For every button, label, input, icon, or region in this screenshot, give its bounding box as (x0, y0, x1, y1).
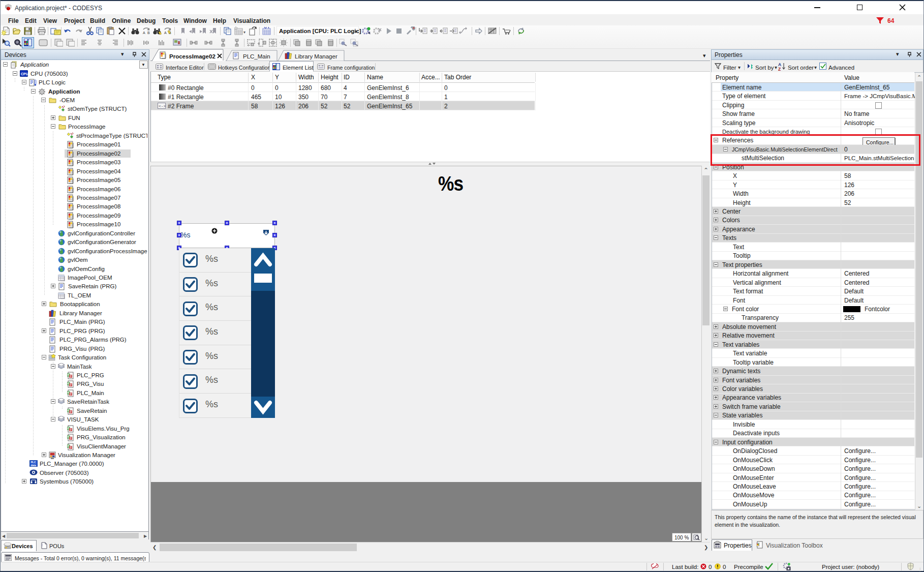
svg-text:A: A (164, 31, 167, 35)
svg-text:A: A (143, 31, 145, 35)
svg-text:B: B (147, 31, 150, 35)
svg-text:<->: <-> (159, 104, 166, 108)
svg-text:Z: Z (778, 67, 781, 71)
svg-text:CPU: CPU (21, 72, 28, 76)
svg-text:data: data (31, 464, 37, 467)
